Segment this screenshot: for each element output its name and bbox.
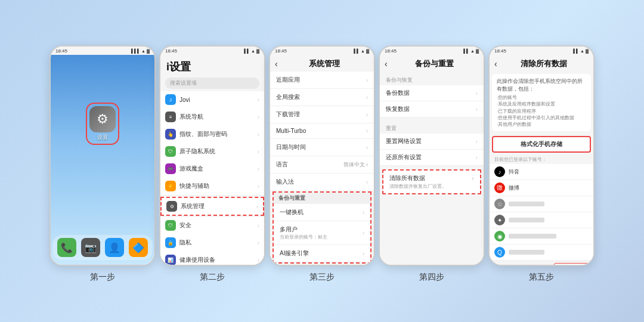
settings-label: 设置 (97, 134, 108, 141)
menu-game[interactable]: 🎮 游戏魔盒 › (160, 160, 264, 177)
clear-screen: ‹ 清除所有数据 此操作会清除您手机系统空间中的所有数据，包括： ·您的账号 ·… (490, 55, 593, 265)
warning-title: 此操作会清除您手机系统空间中的所有数据，包括： (497, 78, 586, 92)
clear-now-button[interactable]: 立即清除 (554, 263, 589, 265)
menu-privacy[interactable]: 🛡 原子隐私系统 › (160, 143, 264, 160)
search-placeholder: 搜索设置项 (170, 80, 197, 86)
menu-security[interactable]: 🛡 安全 › (160, 217, 264, 234)
step4-label: 第四步 (419, 272, 444, 283)
turbo-label: Multi-Turbo (276, 128, 306, 134)
nav-bar-5: ‹ 清除所有数据 (490, 55, 593, 72)
menu-fingerprint[interactable]: 👆 指纹、面部与密码 › (160, 126, 264, 143)
signal-area-5: ▌▌ ▲ ▓ (573, 49, 589, 53)
dock-app-icon[interactable]: 🔷 (129, 238, 148, 257)
time-5: 18:45 (494, 48, 506, 54)
account-weibo: 微 微博 (490, 180, 593, 196)
sysmgmt-label: 系统管理 (181, 202, 205, 210)
reset-network-label: 重置网络设置 (386, 137, 422, 145)
phone5: 18:45 ▌▌ ▲ ▓ ‹ 清除所有数据 此操作会清除您手机系统空间中的所有数… (488, 45, 595, 266)
weibo-avatar: 微 (494, 182, 505, 193)
phone1: 18:45 ▌▌▌ ▲ ▓ ⚙ 设置 📞 📷 👤 (49, 45, 156, 266)
priv2-label: 隐私 (179, 239, 191, 247)
blurred3-icon: ◉ (497, 233, 503, 240)
status-bar-4: 18:45 ▌▌ ▲ ▓ (380, 47, 484, 55)
back-arrow-5[interactable]: ‹ (494, 59, 497, 69)
status-bar-3: 18:45 ▌▌ ▲ ▓ (270, 47, 374, 55)
warning-box: 此操作会清除您手机系统空间中的所有数据，包括： ·您的账号 ·系统及应用程序数据… (492, 74, 591, 131)
warning-item-5: ·其他用户的数据 (497, 121, 586, 128)
settings-app-icon[interactable]: ⚙ (89, 106, 116, 132)
menu-priv2[interactable]: 🔒 隐私 › (160, 234, 264, 251)
reset-network-item[interactable]: 重置网络设置 › (380, 134, 484, 150)
backup-restore-header: 备份与恢复 (380, 74, 484, 85)
back-arrow-4[interactable]: ‹ (385, 59, 388, 69)
signal-area-4: ▌▌ ▲ ▓ (463, 49, 479, 53)
ai-label: AI服务引擎 (280, 249, 309, 258)
battery-icon-1: ▓ (147, 49, 150, 53)
arrow-recent: › (366, 77, 368, 83)
menu-health[interactable]: 📊 健康使用设备 › (160, 252, 264, 265)
blurred1-icon: ☆ (497, 201, 503, 208)
language-value: 简体中文 › (343, 161, 369, 169)
clear-all-item[interactable]: 清除所有数据 › 清除数据并恢复出厂设置。 (383, 171, 480, 193)
signal-icon-2: ▌▌ ▲ ▓ (244, 49, 259, 53)
home-screen: ⚙ 设置 📞 📷 👤 🔷 (51, 55, 154, 265)
restore-data-item[interactable]: 恢复数据 › (380, 101, 484, 117)
item-input[interactable]: 输入法 › (270, 174, 374, 190)
arrow-icon-9: › (258, 240, 259, 246)
sysmgmt-icon: ⚙ (166, 201, 177, 212)
gear-icon: ⚙ (97, 112, 109, 127)
back-arrow-3[interactable]: ‹ (275, 59, 278, 69)
settings-title: i设置 (160, 55, 264, 76)
item-onekey[interactable]: 一键换机 › (274, 204, 370, 221)
arrow-rnet: › (476, 138, 478, 145)
clear-btn-row: 立即清除 (490, 261, 593, 265)
main-row: 18:45 ▌▌▌ ▲ ▓ ⚙ 设置 📞 📷 👤 (44, 39, 600, 283)
item-search[interactable]: 全局搜索 › (270, 89, 374, 106)
dock-camera-icon[interactable]: 📷 (81, 238, 100, 257)
item-recent[interactable]: 近期应用 › (270, 72, 374, 89)
arrow-multiuser: › (363, 230, 364, 236)
phone3: 18:45 ▌▌ ▲ ▓ ‹ 系统管理 近期应用 › 全局搜索 (269, 45, 375, 266)
menu-sysmgmt[interactable]: ⚙ 系统管理 › (160, 197, 264, 216)
settings-icon-container[interactable]: ⚙ 设置 (86, 103, 119, 145)
multiuser-label: 多用户 (280, 225, 327, 234)
douyin-icon: ♪ (499, 169, 501, 175)
blurred2-text (509, 218, 544, 222)
nav-icon: ≡ (165, 112, 176, 122)
warning-item-3: ·已下载的应用程序 (497, 108, 586, 114)
phone2: 18:45 ▌▌ ▲ ▓ i设置 搜索设置项 J Jovi › (159, 45, 265, 266)
game-label: 游戏魔盒 (179, 165, 203, 173)
account-blurred4: Q (490, 244, 593, 261)
arrow-icon-2: › (258, 114, 259, 120)
restore-all-item[interactable]: 还原所有设置 › (380, 150, 484, 166)
menu-jovi[interactable]: J Jovi › (160, 91, 264, 108)
item-turbo[interactable]: Multi-Turbo › (270, 123, 374, 139)
backup-data-item[interactable]: 备份数据 › (380, 85, 484, 101)
blurred2-avatar: ✦ (494, 215, 505, 225)
status-bar-2: 18:45 ▌▌ ▲ ▓ (160, 47, 264, 55)
format-storage-box[interactable]: 格式化手机存储 (492, 136, 591, 153)
time-4: 18:45 (385, 48, 397, 54)
item-datetime[interactable]: 日期与时间 › (270, 139, 374, 156)
wifi-icon-1: ▲ (141, 49, 145, 53)
item-download[interactable]: 下载管理 › (270, 106, 374, 123)
search-bar[interactable]: 搜索设置项 (165, 78, 259, 89)
item-ai[interactable]: AI服务引擎 › (274, 245, 370, 262)
blurred1-avatar: ☆ (494, 199, 505, 209)
security-icon: 🛡 (165, 220, 176, 231)
dock-contacts-icon[interactable]: 👤 (105, 238, 124, 257)
blurred4-text (509, 250, 544, 255)
signal-icon-4: ▌▌ ▲ ▓ (463, 49, 479, 53)
backup-section-highlighted: 备份与重置 一键换机 › 多用户 当前登录的账号：标主 › (273, 191, 371, 264)
item-multiuser[interactable]: 多用户 当前登录的账号：标主 › (274, 221, 370, 245)
arrow-restore: › (476, 106, 478, 113)
step1-label: 第一步 (90, 272, 115, 283)
menu-nav[interactable]: ≡ 系统导航 › (160, 109, 264, 125)
item-language[interactable]: 语言 简体中文 › (270, 156, 374, 174)
menu-assist[interactable]: ⚡ 快捷与辅助 › (160, 178, 264, 194)
arrow-icon-8: › (258, 222, 259, 229)
dock-phone-icon[interactable]: 📞 (57, 238, 76, 257)
arrow-rall: › (476, 154, 478, 161)
blurred1-text (509, 202, 544, 206)
time-2: 18:45 (165, 48, 177, 54)
